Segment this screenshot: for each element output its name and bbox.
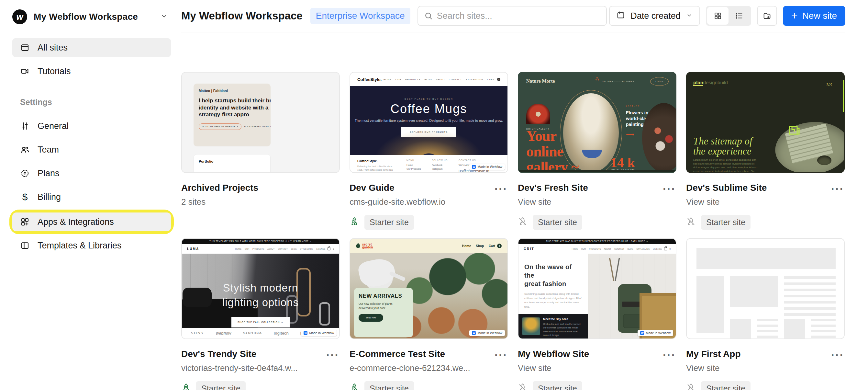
thumb-text: Delivering the best coffee life since 19… [357, 165, 396, 173]
thumb-text: plan [693, 80, 703, 86]
thumb-text: The most versatile furniture system ever… [350, 118, 507, 122]
workspace-switcher[interactable]: w My Webflow Workspace [12, 8, 171, 26]
sidebar-item-label: Billing [37, 192, 61, 202]
team-icon [20, 145, 30, 155]
portrait-graphic [526, 104, 550, 124]
thumb-text: Combining classic collections along with… [524, 292, 582, 309]
card-menu-button[interactable]: ··· [495, 183, 507, 194]
settings-section-label: Settings [20, 98, 171, 107]
chevron-down-icon [160, 12, 168, 21]
thumb-text: Grab a tee and surf into the sunset our … [543, 322, 584, 337]
plans-icon [20, 168, 30, 178]
thumb-text: CoffeeStyle. [357, 159, 396, 163]
sidebar-item-label: Templates & Libraries [37, 241, 122, 251]
site-card-ecommerce-test-site[interactable]: secretgarden Home Shop Cart0 NEW ARRIVAL… [349, 238, 508, 390]
search-box[interactable] [417, 6, 607, 26]
grid-view-button[interactable] [707, 7, 728, 25]
thumb-text: Made in Webflow [477, 165, 502, 169]
view-site-link[interactable]: View site [686, 363, 845, 373]
site-thumbnail[interactable]: THIS TEMPLATE WAS BUILT WITH WEBFLOW'S F… [518, 238, 676, 339]
site-subtitle[interactable]: e-commerce-clone-621234.we... [349, 363, 508, 373]
thumb-text: Stylish modern lighting options [182, 281, 339, 310]
site-card-devs-trendy-site[interactable]: THIS TEMPLATE WAS BUILT WITH WEBFLOW'S F… [181, 238, 340, 390]
site-card-devs-fresh-site[interactable]: Nature Morte ⁂ GALLERY———LECTURES LOGIN … [518, 72, 676, 229]
sidebar-item-tutorials[interactable]: Tutorials [12, 62, 171, 81]
thumb-text: 14 k [610, 155, 635, 170]
thumb-text: CoffeeStyle. [357, 77, 381, 82]
sidebar-item-templates-libraries[interactable]: Templates & Libraries [12, 236, 171, 255]
thumb-text: Coffee Mugs [350, 102, 507, 116]
thumb-text: Home Shop Cart [462, 244, 495, 248]
webflow-badge-icon: w [472, 331, 476, 335]
view-site-link[interactable]: View site [518, 197, 676, 207]
list-view-icon [735, 12, 743, 20]
site-thumbnail[interactable]: Matteo | Fabbiani I help startups build … [181, 72, 340, 173]
site-thumbnail[interactable]: THIS TEMPLATE WAS BUILT WITH WEBFLOW'S F… [181, 238, 340, 339]
site-thumbnail[interactable]: secretgarden Home Shop Cart0 NEW ARRIVAL… [349, 238, 508, 339]
list-view-button[interactable] [728, 7, 750, 25]
site-card-dev-guide[interactable]: CoffeeStyle. HOME OUR PRODUCTS BLOG ABOU… [349, 72, 508, 229]
thumb-text: THIS TEMPLATE WAS BUILT WITH WEBFLOW'S F… [182, 239, 339, 244]
webflow-badge-icon: w [640, 331, 644, 335]
thumb-text: HOME OUR PRODUCTS BLOG ABOUT CONTACT STY… [383, 78, 495, 81]
workspace-name: My Webflow Workspace [34, 12, 138, 22]
starter-rocket-icon [349, 383, 359, 390]
site-thumbnail[interactable]: plandesignbuild 1/3 The sitemap of the e… [686, 72, 845, 173]
sidebar-item-general[interactable]: General [12, 117, 171, 135]
card-menu-button[interactable]: ··· [663, 183, 676, 194]
thumb-text: MENU [406, 159, 421, 161]
sidebar-item-apps-integrations[interactable]: Apps & Integrations [12, 213, 171, 231]
view-toggle [706, 6, 751, 26]
enterprise-badge: Enterprise Workspace [310, 8, 410, 24]
sidebar: w My Webflow Workspace All sites Tutoria… [0, 0, 175, 390]
site-thumbnail[interactable]: Nature Morte ⁂ GALLERY———LECTURES LOGIN … [518, 72, 676, 173]
folder-plus-icon [763, 11, 772, 20]
sidebar-item-all-sites[interactable]: All sites [12, 38, 171, 57]
wireframe-lines [811, 319, 836, 339]
site-title: Dev's Sublime Site [686, 183, 845, 193]
thumb-text: Matteo | Fabbiani [199, 89, 271, 93]
fashion-photo-graphic [588, 254, 676, 338]
site-subtitle[interactable]: victorias-trendy-site-0e4fa4.w... [181, 363, 340, 373]
site-card-archived-projects[interactable]: Matteo | Fabbiani I help startups build … [181, 72, 340, 229]
new-folder-button[interactable] [757, 6, 777, 26]
brand-logo: webflow [216, 331, 231, 336]
starter-site-badge: Starter site [701, 381, 750, 390]
thumb-text: BOOK A FREE CONSULTATION CALL [244, 126, 271, 128]
card-menu-button[interactable]: ··· [831, 350, 844, 361]
card-menu-button[interactable]: ··· [495, 350, 507, 361]
thumb-text: NEW ARRIVALS [359, 293, 408, 299]
site-title: Dev Guide [349, 183, 508, 193]
thumb-text: THIS TEMPLATE WAS BUILT WITH WEBFLOW'S F… [519, 239, 676, 244]
view-site-link[interactable]: View site [686, 197, 845, 207]
sidebar-item-billing[interactable]: $ Billing [12, 188, 171, 206]
starter-site-badge: Starter site [364, 215, 414, 230]
site-card-my-webflow-site[interactable]: THIS TEMPLATE WAS BUILT WITH WEBFLOW'S F… [518, 238, 676, 390]
site-subtitle[interactable]: cms-guide-site.webflow.io [349, 197, 508, 207]
cart-icon [328, 247, 331, 250]
search-input[interactable] [437, 11, 600, 21]
webflow-logo: w [12, 9, 27, 24]
thumb-text: Meet the Bay Area [543, 317, 584, 321]
view-site-link[interactable]: View site [518, 363, 676, 373]
card-menu-button[interactable]: ··· [663, 350, 676, 361]
sort-dropdown[interactable]: Date created [609, 6, 700, 26]
site-title: My First App [686, 349, 845, 359]
sidebar-item-team[interactable]: Team [12, 140, 171, 159]
site-card-devs-sublime-site[interactable]: plandesignbuild 1/3 The sitemap of the e… [686, 72, 845, 229]
search-icon [424, 11, 433, 20]
brand-logo: SONY [191, 331, 204, 336]
thumb-text: 1/3 [826, 82, 832, 87]
wireframe-lines [757, 319, 778, 339]
sidebar-item-plans[interactable]: Plans [12, 164, 171, 183]
thumb-text: I help startups build their brand identi… [199, 97, 271, 118]
card-menu-button[interactable]: ··· [326, 350, 339, 361]
new-site-button[interactable]: + New site [783, 6, 845, 26]
all-sites-icon [20, 43, 30, 53]
site-thumbnail[interactable] [686, 238, 845, 339]
site-card-my-first-app[interactable]: My First App ··· View site Starter site [686, 238, 845, 390]
starter-site-badge: Starter site [196, 381, 246, 390]
card-menu-button[interactable]: ··· [831, 183, 844, 194]
site-thumbnail[interactable]: CoffeeStyle. HOME OUR PRODUCTS BLOG ABOU… [349, 72, 508, 173]
thumb-text: GALLERY———LECTURES [602, 80, 634, 83]
